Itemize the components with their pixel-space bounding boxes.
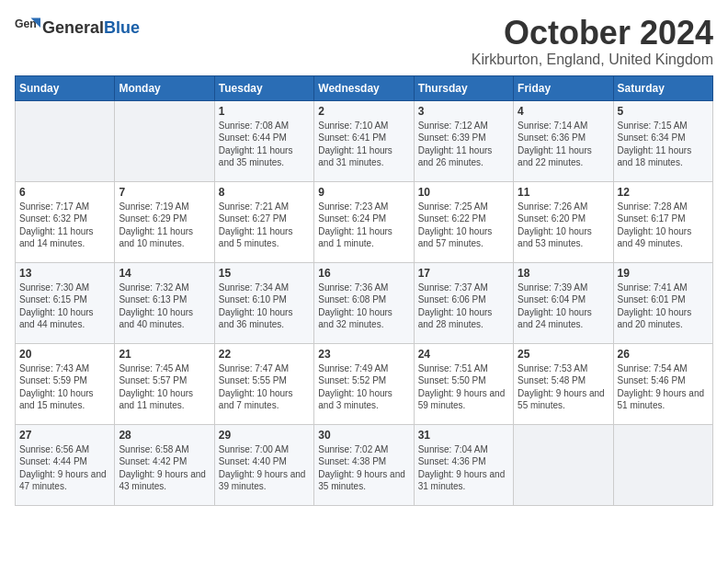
day-number: 28: [119, 429, 210, 442]
day-number: 27: [19, 429, 110, 442]
calendar-day-cell: 12Sunrise: 7:28 AM Sunset: 6:17 PM Dayli…: [613, 181, 712, 262]
day-number: 8: [219, 186, 310, 199]
calendar-day-cell: 7Sunrise: 7:19 AM Sunset: 6:29 PM Daylig…: [115, 181, 214, 262]
calendar-day-cell: 28Sunrise: 6:58 AM Sunset: 4:42 PM Dayli…: [115, 424, 214, 505]
day-detail: Sunrise: 7:14 AM Sunset: 6:36 PM Dayligh…: [518, 120, 609, 169]
day-detail: Sunrise: 7:47 AM Sunset: 5:55 PM Dayligh…: [219, 362, 310, 412]
day-detail: Sunrise: 7:08 AM Sunset: 6:44 PM Dayligh…: [219, 120, 310, 169]
day-detail: Sunrise: 7:17 AM Sunset: 6:32 PM Dayligh…: [19, 201, 110, 250]
day-detail: Sunrise: 7:30 AM Sunset: 6:15 PM Dayligh…: [19, 282, 110, 331]
day-number: 3: [418, 105, 509, 118]
header: Gen GeneralBlue October 2024 Kirkburton,…: [15, 15, 713, 68]
day-detail: Sunrise: 7:15 AM Sunset: 6:34 PM Dayligh…: [618, 120, 709, 169]
day-number: 11: [518, 186, 609, 199]
day-number: 2: [318, 105, 409, 118]
calendar-day-cell: 1Sunrise: 7:08 AM Sunset: 6:44 PM Daylig…: [214, 100, 313, 181]
calendar-day-cell: [16, 100, 115, 181]
day-detail: Sunrise: 7:51 AM Sunset: 5:50 PM Dayligh…: [418, 362, 509, 412]
month-title: October 2024: [472, 15, 713, 52]
day-number: 5: [618, 105, 709, 118]
day-number: 17: [418, 267, 509, 280]
calendar-day-cell: 15Sunrise: 7:34 AM Sunset: 6:10 PM Dayli…: [214, 262, 313, 343]
calendar-day-cell: 3Sunrise: 7:12 AM Sunset: 6:39 PM Daylig…: [414, 100, 513, 181]
calendar-day-cell: 18Sunrise: 7:39 AM Sunset: 6:04 PM Dayli…: [514, 262, 613, 343]
calendar-day-cell: 21Sunrise: 7:45 AM Sunset: 5:57 PM Dayli…: [115, 343, 214, 424]
calendar-day-cell: [613, 424, 712, 505]
day-detail: Sunrise: 7:12 AM Sunset: 6:39 PM Dayligh…: [418, 120, 509, 169]
day-number: 31: [418, 429, 509, 442]
calendar-day-cell: 6Sunrise: 7:17 AM Sunset: 6:32 PM Daylig…: [16, 181, 115, 262]
calendar-day-cell: 10Sunrise: 7:25 AM Sunset: 6:22 PM Dayli…: [414, 181, 513, 262]
day-detail: Sunrise: 7:39 AM Sunset: 6:04 PM Dayligh…: [518, 282, 609, 331]
location-title: Kirkburton, England, United Kingdom: [472, 52, 713, 68]
day-number: 14: [119, 267, 210, 280]
calendar-day-cell: 5Sunrise: 7:15 AM Sunset: 6:34 PM Daylig…: [613, 100, 712, 181]
calendar-day-cell: 25Sunrise: 7:53 AM Sunset: 5:48 PM Dayli…: [514, 343, 613, 424]
calendar-day-cell: 8Sunrise: 7:21 AM Sunset: 6:27 PM Daylig…: [214, 181, 313, 262]
calendar-day-cell: 14Sunrise: 7:32 AM Sunset: 6:13 PM Dayli…: [115, 262, 214, 343]
day-number: 4: [518, 105, 609, 118]
logo-icon: Gen: [15, 15, 40, 40]
day-number: 15: [219, 267, 310, 280]
logo: Gen GeneralBlue: [15, 15, 140, 40]
weekday-header-cell: Sunday: [16, 75, 115, 100]
day-detail: Sunrise: 7:04 AM Sunset: 4:36 PM Dayligh…: [418, 443, 509, 493]
day-number: 19: [618, 267, 709, 280]
day-detail: Sunrise: 7:53 AM Sunset: 5:48 PM Dayligh…: [518, 362, 609, 412]
day-number: 25: [518, 348, 609, 361]
day-detail: Sunrise: 7:25 AM Sunset: 6:22 PM Dayligh…: [418, 201, 509, 250]
logo-text-blue: Blue: [104, 18, 140, 37]
calendar-day-cell: 29Sunrise: 7:00 AM Sunset: 4:40 PM Dayli…: [214, 424, 313, 505]
weekday-header-cell: Tuesday: [214, 75, 313, 100]
calendar-day-cell: 11Sunrise: 7:26 AM Sunset: 6:20 PM Dayli…: [514, 181, 613, 262]
day-number: 10: [418, 186, 509, 199]
day-detail: Sunrise: 7:10 AM Sunset: 6:41 PM Dayligh…: [318, 120, 409, 169]
weekday-header-cell: Thursday: [414, 75, 513, 100]
day-number: 12: [618, 186, 709, 199]
day-detail: Sunrise: 7:41 AM Sunset: 6:01 PM Dayligh…: [618, 282, 709, 331]
day-number: 23: [318, 348, 409, 361]
calendar-body: 1Sunrise: 7:08 AM Sunset: 6:44 PM Daylig…: [16, 100, 713, 505]
calendar-week-row: 6Sunrise: 7:17 AM Sunset: 6:32 PM Daylig…: [16, 181, 713, 262]
calendar-day-cell: 4Sunrise: 7:14 AM Sunset: 6:36 PM Daylig…: [514, 100, 613, 181]
weekday-header-row: SundayMondayTuesdayWednesdayThursdayFrid…: [16, 75, 713, 100]
title-area: October 2024 Kirkburton, England, United…: [472, 15, 713, 68]
day-detail: Sunrise: 7:32 AM Sunset: 6:13 PM Dayligh…: [119, 282, 210, 331]
calendar-week-row: 27Sunrise: 6:56 AM Sunset: 4:44 PM Dayli…: [16, 424, 713, 505]
day-number: 13: [19, 267, 110, 280]
day-detail: Sunrise: 7:43 AM Sunset: 5:59 PM Dayligh…: [19, 362, 110, 412]
calendar-day-cell: 2Sunrise: 7:10 AM Sunset: 6:41 PM Daylig…: [314, 100, 414, 181]
day-detail: Sunrise: 7:34 AM Sunset: 6:10 PM Dayligh…: [219, 282, 310, 331]
logo-text-general: General: [42, 18, 104, 37]
day-detail: Sunrise: 7:45 AM Sunset: 5:57 PM Dayligh…: [119, 362, 210, 412]
day-detail: Sunrise: 6:56 AM Sunset: 4:44 PM Dayligh…: [19, 443, 110, 493]
calendar-day-cell: 20Sunrise: 7:43 AM Sunset: 5:59 PM Dayli…: [16, 343, 115, 424]
calendar-day-cell: 31Sunrise: 7:04 AM Sunset: 4:36 PM Dayli…: [414, 424, 513, 505]
day-detail: Sunrise: 7:37 AM Sunset: 6:06 PM Dayligh…: [418, 282, 509, 331]
day-detail: Sunrise: 7:36 AM Sunset: 6:08 PM Dayligh…: [318, 282, 409, 331]
calendar-day-cell: [514, 424, 613, 505]
day-detail: Sunrise: 7:49 AM Sunset: 5:52 PM Dayligh…: [318, 362, 409, 412]
day-number: 22: [219, 348, 310, 361]
weekday-header-cell: Saturday: [613, 75, 712, 100]
calendar-day-cell: 26Sunrise: 7:54 AM Sunset: 5:46 PM Dayli…: [613, 343, 712, 424]
calendar-day-cell: 30Sunrise: 7:02 AM Sunset: 4:38 PM Dayli…: [314, 424, 414, 505]
day-detail: Sunrise: 7:00 AM Sunset: 4:40 PM Dayligh…: [219, 443, 310, 493]
calendar-day-cell: 22Sunrise: 7:47 AM Sunset: 5:55 PM Dayli…: [214, 343, 313, 424]
calendar-day-cell: 27Sunrise: 6:56 AM Sunset: 4:44 PM Dayli…: [16, 424, 115, 505]
day-detail: Sunrise: 6:58 AM Sunset: 4:42 PM Dayligh…: [119, 443, 210, 493]
calendar-day-cell: 16Sunrise: 7:36 AM Sunset: 6:08 PM Dayli…: [314, 262, 414, 343]
day-number: 18: [518, 267, 609, 280]
calendar-day-cell: 23Sunrise: 7:49 AM Sunset: 5:52 PM Dayli…: [314, 343, 414, 424]
calendar-week-row: 13Sunrise: 7:30 AM Sunset: 6:15 PM Dayli…: [16, 262, 713, 343]
day-detail: Sunrise: 7:54 AM Sunset: 5:46 PM Dayligh…: [618, 362, 709, 412]
day-detail: Sunrise: 7:23 AM Sunset: 6:24 PM Dayligh…: [318, 201, 409, 250]
day-number: 24: [418, 348, 509, 361]
calendar-day-cell: 9Sunrise: 7:23 AM Sunset: 6:24 PM Daylig…: [314, 181, 414, 262]
day-number: 21: [119, 348, 210, 361]
day-detail: Sunrise: 7:02 AM Sunset: 4:38 PM Dayligh…: [318, 443, 409, 493]
day-detail: Sunrise: 7:28 AM Sunset: 6:17 PM Dayligh…: [618, 201, 709, 250]
calendar-day-cell: [115, 100, 214, 181]
calendar-week-row: 1Sunrise: 7:08 AM Sunset: 6:44 PM Daylig…: [16, 100, 713, 181]
calendar-day-cell: 13Sunrise: 7:30 AM Sunset: 6:15 PM Dayli…: [16, 262, 115, 343]
